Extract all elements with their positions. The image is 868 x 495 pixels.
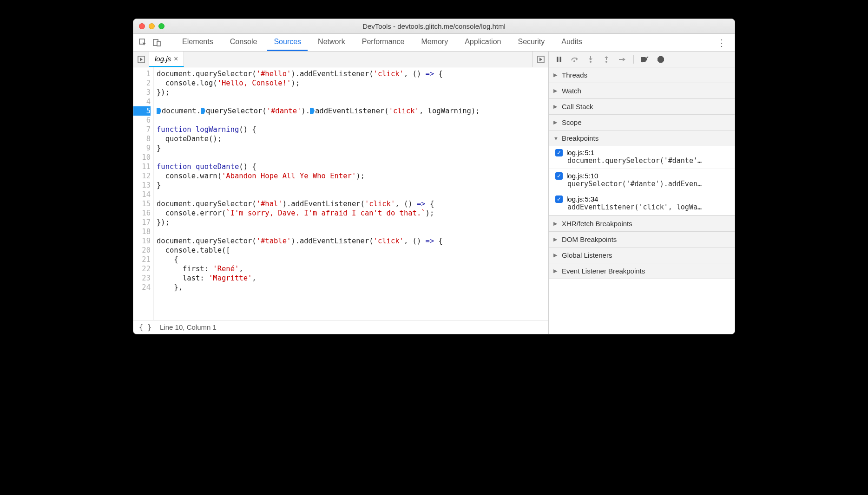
tab-network[interactable]: Network (311, 34, 352, 51)
line-number[interactable]: 19 (133, 236, 151, 246)
minimize-window-button[interactable] (149, 23, 155, 29)
step-into-icon[interactable] (586, 55, 595, 64)
breakpoint-checkbox[interactable] (555, 172, 563, 180)
code-line[interactable]: }); (157, 218, 548, 227)
line-number[interactable]: 4 (133, 97, 151, 106)
code-line[interactable]: document.querySelector('#hello').addEven… (157, 69, 548, 78)
device-toolbar-icon[interactable] (151, 37, 163, 49)
tab-performance[interactable]: Performance (355, 34, 411, 51)
code-editor[interactable]: 123456789101112131415161718192021222324 … (133, 67, 548, 320)
line-number[interactable]: 7 (133, 125, 151, 134)
panel-header[interactable]: ▶Scope (549, 115, 735, 130)
tab-console[interactable]: Console (224, 34, 264, 51)
step-out-icon[interactable] (602, 55, 611, 64)
line-number[interactable]: 18 (133, 227, 151, 236)
inspect-element-icon[interactable] (137, 37, 149, 49)
code-line[interactable]: }); (157, 88, 548, 97)
code-line[interactable]: } (157, 181, 548, 190)
line-number[interactable]: 11 (133, 162, 151, 171)
inline-breakpoint-icon[interactable] (201, 108, 205, 114)
line-number[interactable]: 22 (133, 264, 151, 274)
line-number[interactable]: 17 (133, 218, 151, 227)
breakpoint-item[interactable]: log.js:5:10querySelector('#dante').addEv… (549, 169, 735, 192)
close-window-button[interactable] (139, 23, 145, 29)
tab-security[interactable]: Security (511, 34, 551, 51)
line-number[interactable]: 21 (133, 255, 151, 264)
panel-header[interactable]: ▶XHR/fetch Breakpoints (549, 216, 735, 231)
inline-breakpoint-icon[interactable] (157, 108, 161, 114)
line-number[interactable]: 15 (133, 199, 151, 208)
code-line[interactable]: console.table([ (157, 246, 548, 255)
file-tab-strip: log.js × (133, 52, 548, 67)
line-number[interactable]: 12 (133, 171, 151, 181)
line-number[interactable]: 13 (133, 181, 151, 190)
line-number[interactable]: 23 (133, 274, 151, 283)
window-titlebar: DevTools - devtools.glitch.me/console/lo… (133, 19, 735, 34)
code-line[interactable]: function quoteDante() { (157, 162, 548, 171)
panel-header[interactable]: ▶Threads (549, 67, 735, 83)
line-number[interactable]: 9 (133, 143, 151, 153)
code-line[interactable]: document.querySelector('#dante').addEven… (157, 106, 548, 116)
more-options-icon[interactable]: ⋮ (712, 37, 731, 48)
breakpoint-item[interactable]: log.js:5:34addEventListener('click', log… (549, 192, 735, 215)
panel-header[interactable]: ▶Event Listener Breakpoints (549, 263, 735, 279)
line-number[interactable]: 20 (133, 246, 151, 255)
code-line[interactable]: document.querySelector('#table').addEven… (157, 236, 548, 246)
zoom-window-button[interactable] (158, 23, 164, 29)
breakpoint-item[interactable]: log.js:5:1document.querySelector('#dante… (549, 146, 735, 169)
line-number[interactable]: 14 (133, 190, 151, 199)
file-tab-logjs[interactable]: log.js × (149, 52, 184, 67)
panel-header[interactable]: ▼Breakpoints (549, 130, 735, 146)
code-line[interactable]: function logWarning() { (157, 125, 548, 134)
step-icon[interactable] (618, 55, 627, 64)
code-line[interactable] (157, 153, 548, 162)
line-number[interactable]: 24 (133, 283, 151, 292)
line-number[interactable]: 16 (133, 208, 151, 218)
step-over-icon[interactable] (570, 55, 579, 64)
panel-header[interactable]: ▶Global Listeners (549, 248, 735, 263)
line-number[interactable]: 6 (133, 116, 151, 125)
line-number[interactable]: 8 (133, 134, 151, 143)
code-line[interactable] (157, 116, 548, 125)
code-line[interactable]: last: 'Magritte', (157, 274, 548, 283)
pause-icon[interactable] (554, 55, 564, 64)
pretty-print-icon[interactable]: { } (139, 323, 151, 332)
tab-application[interactable]: Application (458, 34, 507, 51)
show-debugger-icon[interactable] (533, 52, 548, 67)
line-number[interactable]: 5 (133, 106, 151, 116)
code-line[interactable]: } (157, 143, 548, 153)
code-line[interactable] (157, 97, 548, 106)
code-line[interactable]: console.warn('Abandon Hope All Ye Who En… (157, 171, 548, 181)
show-navigator-icon[interactable] (133, 52, 149, 67)
panel-header[interactable]: ▶Call Stack (549, 99, 735, 114)
tab-sources[interactable]: Sources (267, 34, 308, 51)
code-line[interactable]: quoteDante(); (157, 134, 548, 143)
line-number[interactable]: 1 (133, 69, 151, 78)
tab-audits[interactable]: Audits (555, 34, 588, 51)
pause-on-exceptions-icon[interactable] (656, 55, 665, 64)
tab-elements[interactable]: Elements (176, 34, 220, 51)
code-content[interactable]: document.querySelector('#hello').addEven… (154, 67, 548, 320)
line-number[interactable]: 2 (133, 78, 151, 88)
code-line[interactable]: first: 'René', (157, 264, 548, 274)
code-line[interactable]: { (157, 255, 548, 264)
panel-threads: ▶Threads (549, 67, 735, 83)
breakpoint-snippet: document.querySelector('#dante'… (555, 156, 730, 165)
line-gutter[interactable]: 123456789101112131415161718192021222324 (133, 67, 154, 320)
deactivate-breakpoints-icon[interactable] (640, 55, 650, 64)
code-line[interactable]: console.log('Hello, Console!'); (157, 78, 548, 88)
code-line[interactable] (157, 227, 548, 236)
line-number[interactable]: 3 (133, 88, 151, 97)
inline-breakpoint-icon[interactable] (310, 108, 315, 114)
code-line[interactable]: console.error(`I'm sorry, Dave. I'm afra… (157, 208, 548, 218)
tab-memory[interactable]: Memory (414, 34, 454, 51)
panel-header[interactable]: ▶Watch (549, 83, 735, 98)
breakpoint-checkbox[interactable] (555, 195, 563, 203)
close-tab-icon[interactable]: × (174, 55, 178, 63)
line-number[interactable]: 10 (133, 153, 151, 162)
code-line[interactable]: }, (157, 283, 548, 292)
code-line[interactable]: document.querySelector('#hal').addEventL… (157, 199, 548, 208)
panel-header[interactable]: ▶DOM Breakpoints (549, 232, 735, 247)
code-line[interactable] (157, 190, 548, 199)
breakpoint-checkbox[interactable] (555, 149, 563, 156)
